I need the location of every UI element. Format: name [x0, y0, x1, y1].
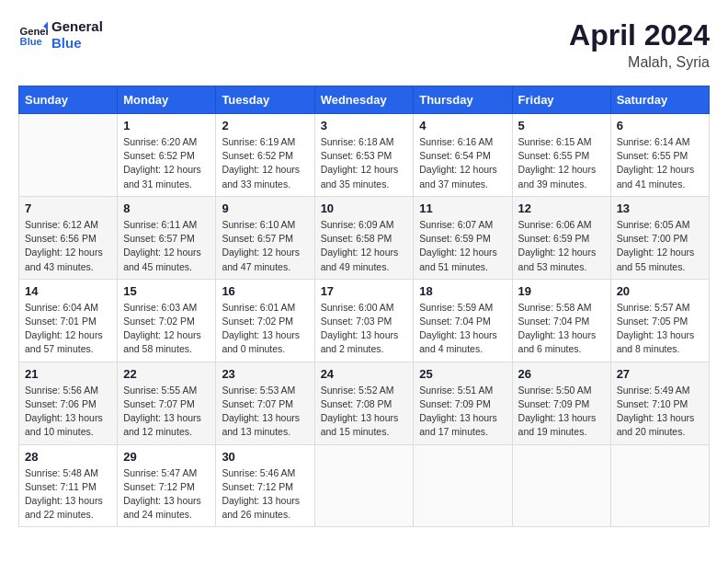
header-row: SundayMondayTuesdayWednesdayThursdayFrid…: [19, 86, 710, 114]
day-info: Sunrise: 6:09 AM Sunset: 6:58 PM Dayligh…: [321, 218, 408, 274]
calendar-title: April 2024: [569, 18, 710, 52]
day-cell: [19, 114, 118, 197]
day-info: Sunrise: 6:14 AM Sunset: 6:55 PM Dayligh…: [617, 135, 703, 191]
day-info: Sunrise: 5:48 AM Sunset: 7:11 PM Dayligh…: [25, 466, 111, 523]
day-number: 25: [419, 367, 506, 381]
day-number: 3: [321, 119, 408, 132]
header-day-wednesday: Wednesday: [314, 86, 414, 114]
day-cell: 12Sunrise: 6:06 AM Sunset: 6:59 PM Dayli…: [512, 196, 610, 279]
day-info: Sunrise: 6:11 AM Sunset: 6:57 PM Dayligh…: [123, 218, 210, 274]
day-number: 16: [222, 284, 308, 298]
day-cell: 22Sunrise: 5:55 AM Sunset: 7:07 PM Dayli…: [118, 362, 216, 444]
day-cell: 21Sunrise: 5:56 AM Sunset: 7:06 PM Dayli…: [19, 362, 118, 444]
logo-icon: General Blue: [18, 20, 48, 50]
day-info: Sunrise: 6:20 AM Sunset: 6:52 PM Dayligh…: [123, 135, 210, 191]
day-info: Sunrise: 6:03 AM Sunset: 7:02 PM Dayligh…: [123, 301, 210, 357]
day-number: 24: [321, 367, 408, 381]
day-number: 19: [518, 284, 605, 298]
day-cell: 5Sunrise: 6:15 AM Sunset: 6:55 PM Daylig…: [512, 114, 610, 197]
day-cell: [512, 444, 610, 527]
header-day-monday: Monday: [118, 86, 216, 114]
day-info: Sunrise: 5:49 AM Sunset: 7:10 PM Dayligh…: [617, 384, 703, 440]
day-info: Sunrise: 5:52 AM Sunset: 7:08 PM Dayligh…: [321, 384, 408, 440]
day-number: 15: [123, 284, 210, 298]
logo: General Blue General Blue: [18, 18, 103, 52]
day-info: Sunrise: 5:56 AM Sunset: 7:06 PM Dayligh…: [25, 384, 111, 440]
day-info: Sunrise: 6:10 AM Sunset: 6:57 PM Dayligh…: [222, 218, 308, 274]
week-row-5: 28Sunrise: 5:48 AM Sunset: 7:11 PM Dayli…: [19, 444, 710, 527]
header-day-tuesday: Tuesday: [216, 86, 314, 114]
day-number: 14: [25, 284, 111, 298]
day-info: Sunrise: 5:53 AM Sunset: 7:07 PM Dayligh…: [222, 384, 308, 440]
day-cell: [414, 444, 512, 527]
day-cell: 9Sunrise: 6:10 AM Sunset: 6:57 PM Daylig…: [216, 196, 314, 279]
day-info: Sunrise: 6:18 AM Sunset: 6:53 PM Dayligh…: [321, 135, 408, 191]
day-info: Sunrise: 5:59 AM Sunset: 7:04 PM Dayligh…: [419, 301, 506, 357]
day-cell: 15Sunrise: 6:03 AM Sunset: 7:02 PM Dayli…: [118, 279, 216, 362]
day-number: 2: [222, 119, 308, 132]
day-cell: 4Sunrise: 6:16 AM Sunset: 6:54 PM Daylig…: [414, 114, 512, 197]
day-info: Sunrise: 5:55 AM Sunset: 7:07 PM Dayligh…: [123, 384, 210, 440]
day-cell: 10Sunrise: 6:09 AM Sunset: 6:58 PM Dayli…: [314, 196, 414, 279]
day-number: 7: [25, 201, 111, 215]
day-cell: 30Sunrise: 5:46 AM Sunset: 7:12 PM Dayli…: [216, 444, 314, 527]
day-info: Sunrise: 5:57 AM Sunset: 7:05 PM Dayligh…: [617, 301, 703, 357]
day-info: Sunrise: 6:16 AM Sunset: 6:54 PM Dayligh…: [419, 135, 506, 191]
day-info: Sunrise: 5:46 AM Sunset: 7:12 PM Dayligh…: [222, 466, 308, 523]
day-number: 22: [123, 367, 210, 381]
svg-text:General: General: [20, 26, 48, 37]
day-info: Sunrise: 6:15 AM Sunset: 6:55 PM Dayligh…: [518, 135, 605, 191]
day-cell: 20Sunrise: 5:57 AM Sunset: 7:05 PM Dayli…: [610, 279, 709, 362]
day-cell: 26Sunrise: 5:50 AM Sunset: 7:09 PM Dayli…: [512, 362, 610, 444]
day-number: 11: [419, 201, 506, 215]
day-cell: 25Sunrise: 5:51 AM Sunset: 7:09 PM Dayli…: [414, 362, 512, 444]
day-info: Sunrise: 6:07 AM Sunset: 6:59 PM Dayligh…: [419, 218, 506, 274]
day-cell: 6Sunrise: 6:14 AM Sunset: 6:55 PM Daylig…: [610, 114, 709, 197]
logo-line2: Blue: [51, 35, 103, 52]
day-cell: 16Sunrise: 6:01 AM Sunset: 7:02 PM Dayli…: [216, 279, 314, 362]
day-number: 13: [617, 201, 703, 215]
day-cell: 8Sunrise: 6:11 AM Sunset: 6:57 PM Daylig…: [118, 196, 216, 279]
day-cell: 14Sunrise: 6:04 AM Sunset: 7:01 PM Dayli…: [19, 279, 118, 362]
day-number: 21: [25, 367, 111, 381]
day-cell: 1Sunrise: 6:20 AM Sunset: 6:52 PM Daylig…: [118, 114, 216, 197]
day-info: Sunrise: 6:01 AM Sunset: 7:02 PM Dayligh…: [222, 301, 308, 357]
day-number: 5: [518, 119, 605, 132]
day-number: 10: [321, 201, 408, 215]
header-day-thursday: Thursday: [414, 86, 512, 114]
day-number: 18: [419, 284, 506, 298]
title-block: April 2024 Malah, Syria: [569, 18, 710, 71]
calendar-table: SundayMondayTuesdayWednesdayThursdayFrid…: [18, 86, 710, 527]
day-cell: 7Sunrise: 6:12 AM Sunset: 6:56 PM Daylig…: [19, 196, 118, 279]
week-row-2: 7Sunrise: 6:12 AM Sunset: 6:56 PM Daylig…: [19, 196, 710, 279]
day-info: Sunrise: 6:06 AM Sunset: 6:59 PM Dayligh…: [518, 218, 605, 274]
week-row-4: 21Sunrise: 5:56 AM Sunset: 7:06 PM Dayli…: [19, 362, 710, 444]
day-info: Sunrise: 5:51 AM Sunset: 7:09 PM Dayligh…: [419, 384, 506, 440]
day-cell: 28Sunrise: 5:48 AM Sunset: 7:11 PM Dayli…: [19, 444, 118, 527]
day-info: Sunrise: 6:05 AM Sunset: 7:00 PM Dayligh…: [617, 218, 703, 274]
day-info: Sunrise: 5:58 AM Sunset: 7:04 PM Dayligh…: [518, 301, 605, 357]
day-cell: 24Sunrise: 5:52 AM Sunset: 7:08 PM Dayli…: [314, 362, 414, 444]
day-number: 28: [25, 450, 111, 464]
day-cell: 18Sunrise: 5:59 AM Sunset: 7:04 PM Dayli…: [414, 279, 512, 362]
day-number: 9: [222, 201, 308, 215]
day-info: Sunrise: 6:00 AM Sunset: 7:03 PM Dayligh…: [321, 301, 408, 357]
day-cell: 2Sunrise: 6:19 AM Sunset: 6:52 PM Daylig…: [216, 114, 314, 197]
day-number: 1: [123, 119, 210, 132]
day-number: 27: [617, 367, 703, 381]
day-number: 30: [222, 450, 308, 464]
day-number: 8: [123, 201, 210, 215]
header-day-sunday: Sunday: [19, 86, 118, 114]
day-info: Sunrise: 6:04 AM Sunset: 7:01 PM Dayligh…: [25, 301, 111, 357]
day-number: 23: [222, 367, 308, 381]
day-cell: 23Sunrise: 5:53 AM Sunset: 7:07 PM Dayli…: [216, 362, 314, 444]
page-header: General Blue General Blue April 2024 Mal…: [18, 18, 710, 71]
day-number: 20: [617, 284, 703, 298]
day-cell: 13Sunrise: 6:05 AM Sunset: 7:00 PM Dayli…: [610, 196, 709, 279]
day-cell: 17Sunrise: 6:00 AM Sunset: 7:03 PM Dayli…: [314, 279, 414, 362]
day-cell: 11Sunrise: 6:07 AM Sunset: 6:59 PM Dayli…: [414, 196, 512, 279]
day-number: 12: [518, 201, 605, 215]
day-number: 17: [321, 284, 408, 298]
day-info: Sunrise: 5:47 AM Sunset: 7:12 PM Dayligh…: [123, 466, 210, 523]
header-day-saturday: Saturday: [610, 86, 709, 114]
